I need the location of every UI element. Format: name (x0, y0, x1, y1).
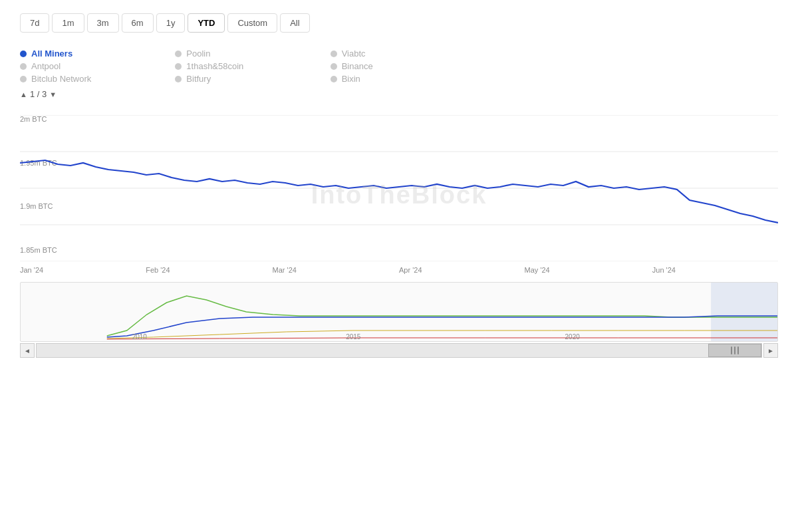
legend-label-all-miners: All Miners (31, 49, 72, 59)
time-btn-1m[interactable]: 1m (52, 13, 84, 33)
page-next-arrow[interactable]: ▼ (49, 90, 57, 98)
legend-dot-antpool (20, 63, 27, 70)
chart-canvas: IntoTheBlock Jan '24 Feb '24 Mar '24 (20, 115, 778, 274)
legend-item-all-miners[interactable]: All Miners (20, 49, 175, 59)
legend-label-1thash: 1thash&58coin (186, 61, 243, 71)
legend-label-bitfury: Bitfury (186, 74, 211, 84)
x-label-feb24: Feb '24 (146, 266, 170, 274)
legend-item-bixin[interactable]: Bixin (331, 74, 485, 84)
scrollbar-thumb-lines (731, 346, 739, 354)
scroll-left-btn[interactable]: ◄ (20, 343, 35, 358)
legend-dot-poolin (175, 51, 182, 57)
scroll-right-btn[interactable]: ► (763, 343, 778, 358)
legend-label-viabtc: Viabtc (342, 49, 366, 59)
scrollbar-track[interactable] (36, 343, 762, 358)
range-selector[interactable]: 2010 2015 2020 (20, 282, 778, 342)
time-btn-all[interactable]: All (280, 13, 309, 33)
page-indicator: 1 / 3 (30, 89, 47, 99)
legend-dot-bitclub (20, 76, 27, 82)
x-label-jan24: Jan '24 (20, 266, 43, 274)
legend-dot-binance (331, 63, 337, 70)
svg-text:2010: 2010 (132, 333, 148, 340)
scrollbar-thumb[interactable] (708, 344, 761, 357)
thumb-line-1 (731, 346, 732, 354)
chart-legend: All Miners Poolin Viabtc Antpool 1thash&… (20, 49, 485, 84)
legend-pagination: ▲ 1 / 3 ▼ (20, 89, 778, 99)
time-btn-custom[interactable]: Custom (227, 13, 277, 33)
time-btn-3m[interactable]: 3m (87, 13, 119, 33)
thumb-line-2 (734, 346, 735, 354)
legend-item-poolin[interactable]: Poolin (175, 49, 330, 59)
svg-text:2015: 2015 (346, 333, 361, 340)
legend-label-bitclub: Bitclub Network (31, 74, 91, 84)
mini-chart-svg: 2010 2015 2020 (21, 283, 777, 341)
time-btn-7d[interactable]: 7d (20, 13, 49, 33)
legend-dot-all-miners (20, 51, 27, 57)
time-btn-6m[interactable]: 6m (122, 13, 154, 33)
legend-dot-bixin (331, 76, 337, 82)
legend-item-bitfury[interactable]: Bitfury (175, 74, 330, 84)
time-btn-1y[interactable]: 1y (156, 13, 186, 33)
legend-dot-1thash (175, 63, 182, 70)
page-prev-arrow[interactable]: ▲ (20, 90, 27, 98)
legend-dot-viabtc (331, 51, 337, 57)
scrollbar: ◄ ► (20, 343, 778, 358)
legend-dot-bitfury (175, 76, 182, 82)
x-label-mar24: Mar '24 (273, 266, 297, 274)
x-label-apr24: Apr '24 (399, 266, 422, 274)
legend-item-antpool[interactable]: Antpool (20, 61, 175, 71)
legend-label-poolin: Poolin (186, 49, 210, 59)
time-range-selector: 7d 1m 3m 6m 1y YTD Custom All (20, 13, 778, 33)
legend-item-viabtc[interactable]: Viabtc (331, 49, 485, 59)
x-label-jun24: Jun '24 (652, 266, 676, 274)
x-label-may24: May '24 (525, 266, 550, 274)
svg-rect-5 (711, 283, 777, 341)
legend-label-antpool: Antpool (31, 61, 61, 71)
x-axis-labels: Jan '24 Feb '24 Mar '24 Apr '24 May '24 … (20, 263, 778, 274)
main-chart-area: 2m BTC 1.95m BTC 1.9m BTC 1.85m BTC Into… (20, 115, 778, 274)
thumb-line-3 (737, 346, 739, 354)
legend-item-bitclub[interactable]: Bitclub Network (20, 74, 175, 84)
legend-label-binance: Binance (342, 61, 373, 71)
main-chart-svg (20, 115, 778, 261)
time-btn-ytd[interactable]: YTD (188, 13, 225, 33)
svg-text:2020: 2020 (565, 333, 581, 340)
legend-item-1thash[interactable]: 1thash&58coin (175, 61, 330, 71)
legend-item-binance[interactable]: Binance (331, 61, 485, 71)
legend-label-bixin: Bixin (342, 74, 360, 84)
